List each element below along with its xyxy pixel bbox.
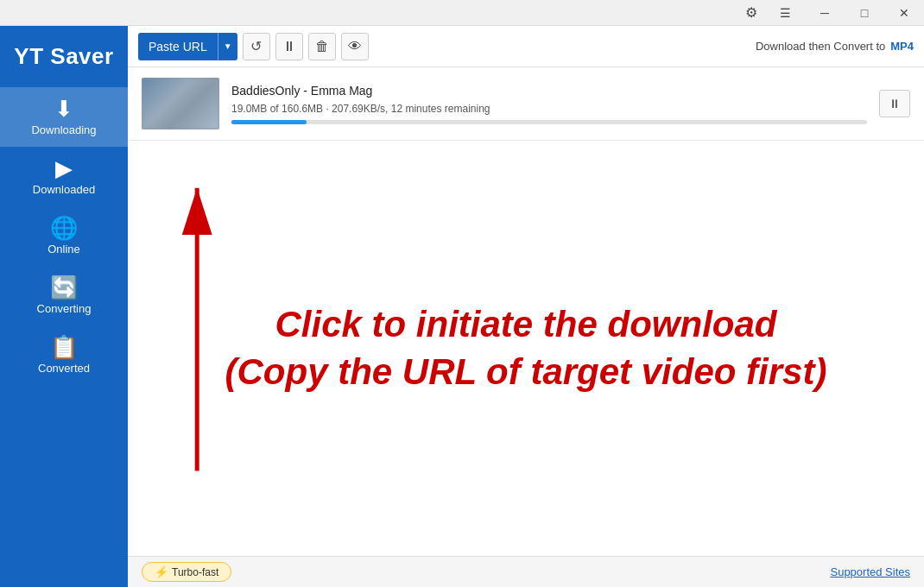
video-title: BaddiesOnly - Emma Mag [231, 84, 867, 98]
sidebar-item-downloaded[interactable]: ▶ Downloaded [0, 147, 128, 206]
progress-bar-fill [231, 120, 307, 124]
delete-icon: 🗑 [315, 39, 329, 54]
sidebar-item-converted[interactable]: 📋 Converted [0, 325, 128, 385]
sidebar-label-converted: Converted [38, 362, 90, 375]
progress-text: 19.0MB of 160.6MB · 207.69KB/s, 12 minut… [231, 103, 867, 115]
sidebar: YT Saver ⬇ Downloading ▶ Downloaded 🌐 On… [0, 26, 128, 587]
sidebar-item-online[interactable]: 🌐 Online [0, 206, 128, 266]
maximize-icon: □ [861, 6, 868, 20]
pause-icon: ⏸ [282, 39, 296, 54]
eye-icon: 👁 [348, 39, 362, 54]
table-row: BaddiesOnly - Emma Mag 19.0MB of 160.6MB… [128, 67, 924, 141]
download-details: BaddiesOnly - Emma Mag 19.0MB of 160.6MB… [231, 84, 867, 124]
progress-bar-background [231, 120, 867, 124]
toolbar: Paste URL ▼ ↺ ⏸ 🗑 👁 Download then Conver… [128, 26, 924, 67]
menu-button[interactable]: ☰ [765, 0, 805, 26]
convert-icon: 🔄 [50, 276, 78, 299]
paste-url-button[interactable]: Paste URL ▼ [138, 33, 237, 60]
close-icon: ✕ [899, 6, 909, 20]
delete-button[interactable]: 🗑 [308, 33, 336, 60]
close-button[interactable]: ✕ [884, 0, 924, 26]
maximize-button[interactable]: □ [845, 0, 884, 26]
turbo-label: Turbo-fast [172, 566, 218, 578]
app-logo: YT Saver [14, 35, 113, 87]
refresh-button[interactable]: ↺ [243, 33, 270, 60]
lightning-icon: ⚡ [155, 565, 168, 578]
content-area: Paste URL ▼ ↺ ⏸ 🗑 👁 Download then Conver… [128, 26, 924, 587]
pause-download-button[interactable]: ⏸ [879, 90, 910, 117]
gear-icon: ⚙ [745, 4, 757, 21]
download-format-info: Download then Convert to MP4 [756, 40, 914, 53]
instruction-line1: Click to initiate the download [225, 301, 827, 349]
titlebar: ⚙ ☰ ─ □ ✕ [0, 0, 924, 26]
instruction-line2: (Copy the URL of target video first) [225, 349, 827, 396]
turbo-fast-button[interactable]: ⚡ Turbo-fast [142, 562, 231, 582]
sidebar-label-converting: Converting [37, 302, 92, 315]
download-list: BaddiesOnly - Emma Mag 19.0MB of 160.6MB… [128, 67, 924, 141]
refresh-icon: ↺ [250, 38, 262, 54]
settings-button[interactable]: ⚙ [737, 0, 765, 26]
bottom-bar: ⚡ Turbo-fast Supported Sites [128, 556, 924, 587]
paste-url-label: Paste URL [138, 33, 218, 60]
instruction-area: Click to initiate the download (Copy the… [128, 141, 924, 556]
download-info-text: Download then Convert to [756, 40, 885, 53]
sidebar-label-downloaded: Downloaded [33, 183, 95, 196]
menu-icon: ☰ [780, 6, 791, 20]
minimize-icon: ─ [820, 6, 829, 20]
video-thumbnail [142, 78, 219, 129]
download-icon: ⬇ [54, 98, 73, 120]
converted-icon: 📋 [50, 336, 78, 358]
instruction-text: Click to initiate the download (Copy the… [225, 301, 827, 395]
preview-button[interactable]: 👁 [341, 33, 369, 60]
sidebar-label-online: Online [47, 243, 80, 256]
supported-sites-link[interactable]: Supported Sites [830, 565, 910, 578]
globe-icon: 🌐 [50, 217, 78, 239]
format-link[interactable]: MP4 [890, 40, 914, 53]
pause-button-icon: ⏸ [889, 97, 901, 110]
sidebar-item-downloading[interactable]: ⬇ Downloading [0, 87, 128, 147]
paste-url-dropdown-arrow: ▼ [218, 33, 237, 60]
pause-all-button[interactable]: ⏸ [275, 33, 303, 60]
video-icon: ▶ [55, 157, 73, 180]
sidebar-label-downloading: Downloading [31, 123, 96, 136]
sidebar-item-converting[interactable]: 🔄 Converting [0, 266, 128, 325]
app-body: YT Saver ⬇ Downloading ▶ Downloaded 🌐 On… [0, 26, 924, 587]
thumb-image [142, 78, 219, 129]
minimize-button[interactable]: ─ [805, 0, 845, 26]
